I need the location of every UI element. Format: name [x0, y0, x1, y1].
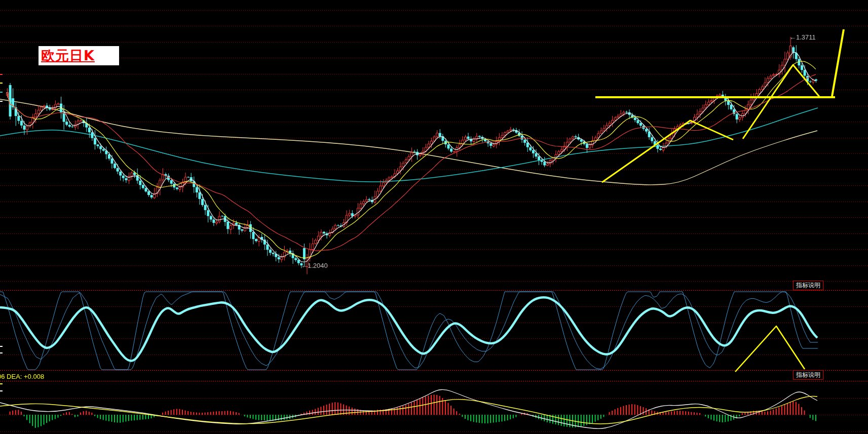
indicator-info-button-macd[interactable]: 指标说明: [793, 370, 823, 380]
indicator-info-button-oscillator[interactable]: 指标说明: [793, 281, 823, 290]
symbol-label-text: 欧元日K: [41, 47, 95, 65]
symbol-label: 欧元日K: [39, 46, 119, 65]
price-annotation-low: ←1.2040: [301, 262, 328, 269]
chart-canvas[interactable]: [0, 0, 868, 434]
macd-readout: 06 DEA: +0.008: [0, 373, 44, 380]
trading-chart-screen: 欧元日K ←1.3711 ←1.2040 指标说明 指标说明 06 DEA: +…: [0, 0, 868, 434]
price-annotation-high: ←1.3711: [789, 33, 816, 41]
